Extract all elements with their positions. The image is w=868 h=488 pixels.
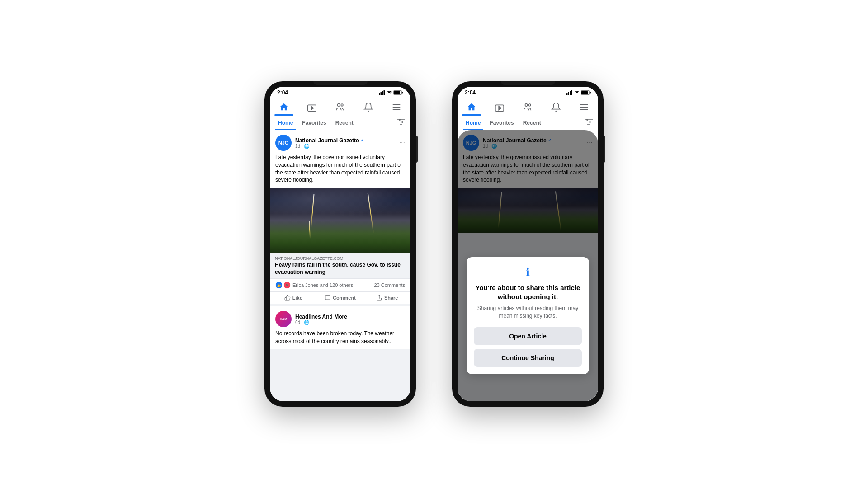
right-filter-icon[interactable] <box>585 119 593 127</box>
svg-rect-22 <box>570 91 571 95</box>
nav-home[interactable] <box>274 100 293 114</box>
link-source: NATIONALJOURNALGAZETTE.COM <box>270 253 410 262</box>
cloud-overlay <box>270 188 410 227</box>
bell-icon <box>363 102 373 112</box>
watch-icon <box>307 102 317 112</box>
right-nav-menu[interactable] <box>575 100 594 114</box>
right-phone-screen: 2:04 <box>458 87 598 401</box>
status-bar: 2:04 <box>270 87 410 98</box>
post-sub-1: 1d · 🌐 <box>295 144 396 149</box>
svg-marker-8 <box>311 106 314 110</box>
svg-point-37 <box>586 119 588 121</box>
verified-badge: ✓ <box>360 138 364 143</box>
menu-icon <box>392 102 401 112</box>
modal-subtitle: Sharing articles without reading them ma… <box>474 305 582 320</box>
comment-count[interactable]: 23 Comments <box>374 282 405 288</box>
reaction-icons: 👍 ❤ <box>275 282 291 289</box>
share-btn-icon <box>376 295 382 301</box>
reactions-bar: 👍 ❤ Erica Jones and 120 others 23 Commen… <box>270 279 410 291</box>
right-time: 2:04 <box>465 89 476 96</box>
right-feed: NJG National Journal Gazette ✓ 1d · 🌐 ··… <box>458 130 598 401</box>
post-card-1: NJG National Journal Gazette ✓ 1d · 🌐 ··… <box>270 130 410 304</box>
svg-rect-21 <box>568 92 570 95</box>
svg-rect-6 <box>402 92 403 94</box>
home-icon <box>279 102 289 112</box>
comment-btn[interactable]: Comment <box>317 292 364 304</box>
nav-people[interactable] <box>330 100 349 114</box>
right-tab-recent[interactable]: Recent <box>520 118 544 128</box>
right-status-bar: 2:04 <box>458 87 598 98</box>
share-btn[interactable]: Share <box>363 292 410 304</box>
svg-point-18 <box>401 121 403 123</box>
left-phone-screen: 2:04 <box>270 87 410 401</box>
right-tab-favorites[interactable]: Favorites <box>487 118 516 128</box>
right-nav-home[interactable] <box>462 100 481 114</box>
right-battery-icon <box>581 90 591 95</box>
right-nav-bell[interactable] <box>547 100 566 114</box>
right-wifi-icon <box>574 90 580 95</box>
right-phone: 2:04 <box>452 81 604 407</box>
svg-rect-3 <box>384 90 385 95</box>
avatar-njg: NJG <box>275 135 292 151</box>
reaction-summary: 👍 ❤ Erica Jones and 120 others <box>275 282 353 289</box>
right-nav-watch[interactable] <box>490 100 509 114</box>
reaction-text: Erica Jones and 120 others <box>292 282 353 288</box>
tab-bar: Home Favorites Recent <box>270 116 410 130</box>
nav-watch[interactable] <box>302 100 321 114</box>
open-article-button[interactable]: Open Article <box>474 327 582 345</box>
more-btn-1[interactable]: ··· <box>399 139 405 147</box>
heart-icon: ❤ <box>283 282 291 289</box>
svg-rect-1 <box>381 92 382 95</box>
action-bar: Like Comment <box>270 291 410 304</box>
status-icons <box>379 90 403 95</box>
tab-home[interactable]: Home <box>275 118 296 128</box>
post-sub-2: 6d · 🌐 <box>295 320 396 325</box>
right-people-icon <box>523 102 533 112</box>
right-bell-icon <box>551 102 561 112</box>
modal-info-icon: ℹ <box>474 266 582 279</box>
like-icon: 👍 <box>275 282 283 289</box>
right-tab-home[interactable]: Home <box>463 118 483 128</box>
post-header-1: NJG National Journal Gazette ✓ 1d · 🌐 ··… <box>270 130 410 154</box>
link-title[interactable]: Heavy rains fall in the south, cause Gov… <box>270 262 410 278</box>
nav-bar <box>270 98 410 116</box>
left-phone: 2:04 <box>264 81 416 407</box>
share-modal: ℹ You're about to share this article wit… <box>467 257 589 374</box>
avatar-headlines: H&M <box>275 311 292 327</box>
like-btn[interactable]: Like <box>270 292 317 304</box>
right-watch-icon <box>495 102 505 112</box>
post-name-1: National Journal Gazette ✓ <box>295 137 396 144</box>
nav-bell[interactable] <box>359 100 378 114</box>
right-nav-bar <box>458 98 598 116</box>
svg-rect-25 <box>581 91 588 94</box>
continue-sharing-button[interactable]: Continue Sharing <box>474 349 582 367</box>
svg-point-17 <box>399 119 401 121</box>
post-text-1: Late yesterday, the governor issued volu… <box>270 154 410 188</box>
like-btn-icon <box>284 295 291 301</box>
storm-image <box>270 188 410 253</box>
tab-recent[interactable]: Recent <box>333 118 356 128</box>
wifi-icon <box>387 90 392 95</box>
filter-icon[interactable] <box>397 119 405 127</box>
signal-icon <box>379 90 385 95</box>
nav-menu[interactable] <box>387 100 406 114</box>
feed: NJG National Journal Gazette ✓ 1d · 🌐 ··… <box>270 130 410 401</box>
more-btn-2[interactable]: ··· <box>399 315 405 323</box>
svg-point-9 <box>338 104 340 107</box>
battery-icon <box>393 90 403 95</box>
scene: 2:04 <box>264 81 604 407</box>
right-status-icons <box>566 90 591 95</box>
svg-rect-20 <box>566 93 568 95</box>
post-text-2: No records have been broken today. The w… <box>270 330 410 349</box>
tab-favorites[interactable]: Favorites <box>299 118 329 128</box>
avatar-initials: NJG <box>278 140 289 145</box>
post-meta-2: Headlines And More 6d · 🌐 <box>295 314 396 325</box>
svg-rect-5 <box>394 91 400 94</box>
right-signal-icon <box>566 90 573 95</box>
right-tab-bar: Home Favorites Recent <box>458 116 598 130</box>
svg-rect-0 <box>379 93 380 95</box>
people-icon <box>335 102 345 112</box>
right-nav-people[interactable] <box>518 100 537 114</box>
svg-rect-2 <box>382 91 383 95</box>
svg-rect-23 <box>571 90 573 95</box>
